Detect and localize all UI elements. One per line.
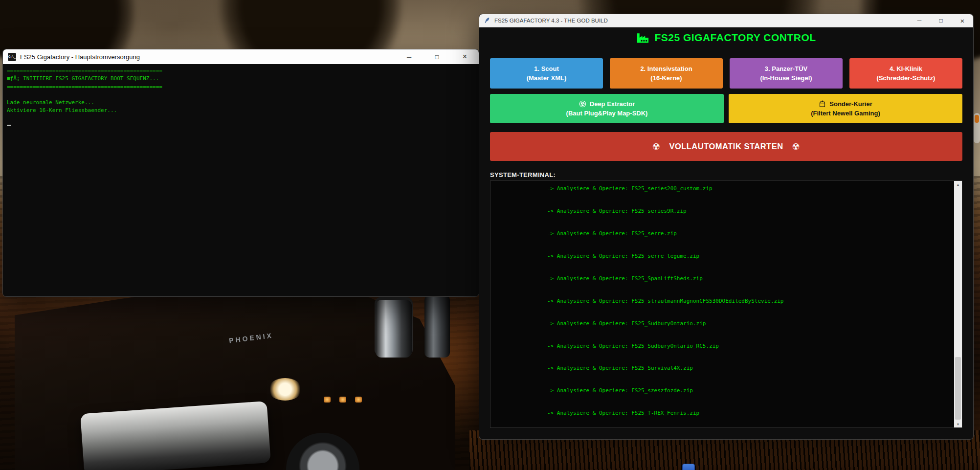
terminal-line-filename: FS25_strautmannMagnonCFS530DOEditedBySte… [631, 298, 783, 304]
terminal-line-prefix: -> Analysiere & Operiere: [541, 343, 631, 349]
truck-exhaust-stack [424, 295, 450, 358]
terminal-line-filename: FS25_szeszfozde.zip [631, 387, 693, 394]
terminal-scrollbar[interactable]: ▲ ▼ [954, 181, 962, 427]
game-speedometer-fragment [974, 113, 980, 143]
step-button[interactable]: 1. Scout (Master XML) [490, 58, 603, 89]
truck-marker-lights [324, 397, 378, 404]
sonder-kurier-button[interactable]: Sonder-Kurier (Filtert Newell Gaming) [729, 94, 962, 123]
radioactive-icon: ☢ [792, 141, 801, 152]
terminal-line-prefix: -> Analysiere & Operiere: [541, 387, 631, 394]
app-header-title: FS25 GIGAFACTORY CONTROL [654, 32, 816, 44]
scrollbar-thumb[interactable] [955, 357, 961, 420]
terminal-line-prefix: -> Analysiere & Operiere: [541, 208, 631, 214]
terminal-line-prefix: -> Analysiere & Operiere: [541, 230, 631, 237]
console-line: Aktiviere 16-Kern Fliessbaender... [7, 107, 475, 114]
terminal-line: -> Analysiere & Operiere: FS25_SudburyOn… [495, 312, 962, 335]
console-line: ≡ƒÅ¡ INITIIERE FS25 GIGAFACTORY BOOT-SEQ… [7, 75, 475, 83]
terminal-line: -> Analysiere & Operiere: FS25_Survival4… [495, 357, 962, 380]
terminal-line: -> Analysiere & Operiere: FS25_series200… [495, 180, 962, 200]
terminal-line: -> Analysiere & Operiere: FS25_T9SeriesB… [495, 425, 962, 428]
console-line: ========================================… [7, 67, 475, 75]
game-screenshot-background: PHOENIX C:\_ FS25 Gigafactory - Hauptstr… [0, 0, 980, 470]
terminal-line-filename: FS25_Survival4X.zip [631, 365, 693, 371]
console-line: ========================================… [7, 83, 475, 91]
truck-air-cleaner [376, 300, 412, 358]
terminal-line: -> Analysiere & Operiere: FS25_SudburyOn… [495, 335, 962, 357]
vollautomatik-label: VOLLAUTOMATIK STARTEN [669, 142, 783, 151]
terminal-line: -> Analysiere & Operiere: FS25_strautman… [495, 290, 962, 312]
tk-feather-icon [484, 17, 490, 24]
deep-extractor-button[interactable]: Deep Extractor (Baut Plug&Play Map-SDK) [490, 94, 724, 123]
terminal-line-filename: FS25_serre_legume.zip [631, 253, 699, 259]
terminal-line-prefix: -> Analysiere & Operiere: [541, 298, 631, 304]
terminal-line-prefix: -> Analysiere & Operiere: [541, 410, 631, 416]
terminal-line-filename: FS25_T-REX_Fenris.zip [631, 410, 699, 416]
terminal-line-prefix: -> Analysiere & Operiere: [541, 275, 631, 282]
tool-button-row: Deep Extractor (Baut Plug&Play Map-SDK) … [490, 94, 962, 123]
console-line: Lade neuronale Netzwerke... [7, 99, 475, 107]
terminal-line-filename: FS25_SudburyOntario.zip [631, 320, 706, 327]
console-window-title: FS25 Gigafactory - Hauptstromversorgung [20, 53, 140, 61]
console-titlebar: C:\_ FS25 Gigafactory - Hauptstromversor… [3, 49, 479, 64]
console-output: ========================================… [3, 64, 479, 297]
console-line [7, 91, 475, 99]
terminal-line-filename: FS25_SpanLiftSheds.zip [631, 275, 703, 282]
truck-headlight [268, 378, 302, 401]
console-line [7, 115, 475, 123]
terminal-line: -> Analysiere & Operiere: FS25_serre_leg… [495, 245, 962, 268]
step-button-row: 1. Scout (Master XML) 2. Intensivstation… [490, 58, 962, 89]
terminal-line-filename: FS25_SudburyOntario_RC5.zip [631, 343, 719, 349]
terminal-line-prefix: -> Analysiere & Operiere: [541, 185, 631, 192]
truck: PHOENIX [0, 271, 489, 470]
close-button[interactable]: × [952, 14, 973, 27]
terminal-line-filename: FS25_series200_custom.zip [631, 185, 713, 192]
step-button[interactable]: 2. Intensivstation (16-Kerne) [610, 58, 723, 89]
app-window-title: FS25 GIGAFACTORY 4.3 - THE GOD BUILD [494, 18, 608, 23]
minimize-button[interactable]: ─ [909, 14, 930, 27]
radioactive-icon: ☢ [652, 141, 661, 152]
vollautomatik-start-button[interactable]: ☢ VOLLAUTOMATIK STARTEN ☢ [490, 132, 962, 161]
terminal-line: -> Analysiere & Operiere: FS25_szeszfozd… [495, 380, 962, 402]
maximize-button[interactable]: □ [930, 14, 952, 27]
terminal-section-label: SYSTEM-TERMINAL: [490, 171, 962, 179]
factory-icon [636, 32, 649, 44]
terminal-line: -> Analysiere & Operiere: FS25_SpanLiftS… [495, 268, 962, 290]
terminal-output: -> Analysiere & Operiere: FS25_series200… [495, 180, 962, 428]
game-hud-icon [682, 464, 695, 470]
terminal-line-prefix: -> Analysiere & Operiere: [541, 365, 631, 371]
scroll-up-arrow[interactable]: ▲ [954, 181, 962, 188]
terminal-line: -> Analysiere & Operiere: FS25_serre.zip [495, 223, 962, 245]
console-cursor [7, 125, 11, 126]
gigafactory-window: FS25 GIGAFACTORY 4.3 - THE GOD BUILD ─ □… [479, 14, 974, 440]
package-cube-icon [579, 100, 586, 108]
terminal-line-prefix: -> Analysiere & Operiere: [541, 320, 631, 327]
terminal-line: -> Analysiere & Operiere: FS25_T-REX_Fen… [495, 402, 962, 425]
terminal-line: -> Analysiere & Operiere: FS25_series9R.… [495, 200, 962, 223]
terminal-line-prefix: -> Analysiere & Operiere: [541, 253, 631, 259]
cmd-icon: C:\_ [8, 53, 16, 61]
step-button[interactable]: 3. Panzer-TÜV (In-House Siegel) [730, 58, 843, 89]
minimize-button[interactable]: ─ [395, 49, 423, 64]
maximize-button[interactable]: □ [423, 49, 451, 64]
app-titlebar: FS25 GIGAFACTORY 4.3 - THE GOD BUILD ─ □… [479, 14, 973, 27]
app-header: FS25 GIGAFACTORY CONTROL [490, 32, 962, 44]
system-terminal: -> Analysiere & Operiere: FS25_series200… [490, 180, 962, 428]
console-window: C:\_ FS25 Gigafactory - Hauptstromversor… [2, 49, 479, 297]
step-button[interactable]: 4. KI-Klinik (Schredder-Schutz) [849, 58, 962, 89]
close-button[interactable]: × [451, 49, 479, 64]
terminal-line-filename: FS25_serre.zip [631, 230, 677, 237]
terminal-line-filename: FS25_series9R.zip [631, 208, 687, 214]
scroll-down-arrow[interactable]: ▼ [954, 421, 962, 427]
courier-box-icon [819, 100, 826, 108]
